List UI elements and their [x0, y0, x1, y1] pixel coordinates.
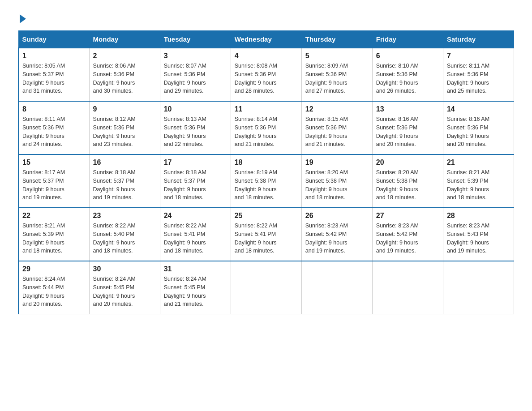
calendar-cell: 11 Sunrise: 8:14 AM Sunset: 5:36 PM Dayl…	[231, 101, 301, 154]
day-number: 30	[93, 265, 156, 273]
day-info: Sunrise: 8:12 AM Sunset: 5:36 PM Dayligh…	[93, 115, 156, 149]
day-info: Sunrise: 8:21 AM Sunset: 5:39 PM Dayligh…	[447, 168, 510, 202]
day-number: 7	[447, 52, 510, 60]
day-number: 20	[376, 158, 439, 167]
calendar-cell	[372, 261, 443, 314]
day-header-friday: Friday	[372, 31, 443, 48]
calendar-cell: 29 Sunrise: 8:24 AM Sunset: 5:44 PM Dayl…	[18, 261, 89, 314]
calendar-cell: 4 Sunrise: 8:08 AM Sunset: 5:36 PM Dayli…	[231, 48, 301, 101]
calendar-cell: 24 Sunrise: 8:22 AM Sunset: 5:41 PM Dayl…	[160, 208, 231, 261]
day-info: Sunrise: 8:11 AM Sunset: 5:36 PM Dayligh…	[447, 62, 510, 95]
calendar-cell	[443, 261, 514, 314]
calendar-cell: 13 Sunrise: 8:16 AM Sunset: 5:36 PM Dayl…	[372, 101, 443, 154]
logo-arrow-icon	[20, 14, 26, 23]
day-info: Sunrise: 8:24 AM Sunset: 5:44 PM Dayligh…	[22, 275, 86, 308]
day-number: 2	[93, 52, 156, 60]
day-info: Sunrise: 8:07 AM Sunset: 5:36 PM Dayligh…	[164, 62, 227, 95]
calendar-week-5: 29 Sunrise: 8:24 AM Sunset: 5:44 PM Dayl…	[18, 261, 514, 314]
day-number: 15	[22, 158, 86, 167]
day-number: 4	[235, 52, 298, 60]
day-header-wednesday: Wednesday	[231, 31, 301, 48]
day-number: 8	[22, 105, 86, 113]
page-header	[18, 13, 514, 21]
day-number: 13	[376, 105, 439, 113]
calendar-cell: 16 Sunrise: 8:18 AM Sunset: 5:37 PM Dayl…	[89, 154, 160, 208]
day-info: Sunrise: 8:09 AM Sunset: 5:36 PM Dayligh…	[305, 62, 369, 95]
day-number: 22	[22, 212, 86, 220]
calendar-cell: 1 Sunrise: 8:05 AM Sunset: 5:37 PM Dayli…	[18, 48, 89, 101]
day-number: 16	[93, 158, 156, 167]
calendar-cell	[231, 261, 301, 314]
day-info: Sunrise: 8:17 AM Sunset: 5:37 PM Dayligh…	[22, 168, 86, 202]
calendar-cell: 2 Sunrise: 8:06 AM Sunset: 5:36 PM Dayli…	[89, 48, 160, 101]
day-info: Sunrise: 8:22 AM Sunset: 5:40 PM Dayligh…	[93, 222, 156, 255]
day-info: Sunrise: 8:18 AM Sunset: 5:37 PM Dayligh…	[93, 168, 156, 202]
calendar-cell: 10 Sunrise: 8:13 AM Sunset: 5:36 PM Dayl…	[160, 101, 231, 154]
calendar-cell: 30 Sunrise: 8:24 AM Sunset: 5:45 PM Dayl…	[89, 261, 160, 314]
day-info: Sunrise: 8:19 AM Sunset: 5:38 PM Dayligh…	[235, 168, 298, 202]
day-info: Sunrise: 8:20 AM Sunset: 5:38 PM Dayligh…	[376, 168, 439, 202]
day-number: 12	[305, 105, 369, 113]
day-number: 9	[93, 105, 156, 113]
day-number: 27	[376, 212, 439, 220]
day-number: 21	[447, 158, 510, 167]
day-info: Sunrise: 8:14 AM Sunset: 5:36 PM Dayligh…	[235, 115, 298, 149]
day-header-sunday: Sunday	[18, 31, 89, 48]
day-number: 19	[305, 158, 369, 167]
day-number: 5	[305, 52, 369, 60]
day-info: Sunrise: 8:23 AM Sunset: 5:43 PM Dayligh…	[447, 222, 510, 255]
calendar-cell: 28 Sunrise: 8:23 AM Sunset: 5:43 PM Dayl…	[443, 208, 514, 261]
day-info: Sunrise: 8:22 AM Sunset: 5:41 PM Dayligh…	[164, 222, 227, 255]
day-number: 24	[164, 212, 227, 220]
calendar-cell: 18 Sunrise: 8:19 AM Sunset: 5:38 PM Dayl…	[231, 154, 301, 208]
calendar-cell: 26 Sunrise: 8:23 AM Sunset: 5:42 PM Dayl…	[301, 208, 372, 261]
calendar-week-4: 22 Sunrise: 8:21 AM Sunset: 5:39 PM Dayl…	[18, 208, 514, 261]
day-info: Sunrise: 8:24 AM Sunset: 5:45 PM Dayligh…	[93, 275, 156, 308]
day-number: 6	[376, 52, 439, 60]
day-number: 1	[22, 52, 86, 60]
calendar-cell: 21 Sunrise: 8:21 AM Sunset: 5:39 PM Dayl…	[443, 154, 514, 208]
calendar-cell: 3 Sunrise: 8:07 AM Sunset: 5:36 PM Dayli…	[160, 48, 231, 101]
day-info: Sunrise: 8:06 AM Sunset: 5:36 PM Dayligh…	[93, 62, 156, 95]
calendar-cell: 7 Sunrise: 8:11 AM Sunset: 5:36 PM Dayli…	[443, 48, 514, 101]
calendar-cell: 6 Sunrise: 8:10 AM Sunset: 5:36 PM Dayli…	[372, 48, 443, 101]
day-info: Sunrise: 8:16 AM Sunset: 5:36 PM Dayligh…	[376, 115, 439, 149]
day-number: 28	[447, 212, 510, 220]
day-info: Sunrise: 8:15 AM Sunset: 5:36 PM Dayligh…	[305, 115, 369, 149]
calendar-week-3: 15 Sunrise: 8:17 AM Sunset: 5:37 PM Dayl…	[18, 154, 514, 208]
day-info: Sunrise: 8:24 AM Sunset: 5:45 PM Dayligh…	[164, 275, 227, 308]
calendar-cell: 22 Sunrise: 8:21 AM Sunset: 5:39 PM Dayl…	[18, 208, 89, 261]
day-number: 14	[447, 105, 510, 113]
logo	[18, 13, 26, 21]
day-number: 23	[93, 212, 156, 220]
day-header-tuesday: Tuesday	[160, 31, 231, 48]
day-number: 11	[235, 105, 298, 113]
day-header-monday: Monday	[89, 31, 160, 48]
calendar-cell: 9 Sunrise: 8:12 AM Sunset: 5:36 PM Dayli…	[89, 101, 160, 154]
day-info: Sunrise: 8:05 AM Sunset: 5:37 PM Dayligh…	[22, 62, 86, 95]
calendar-cell: 23 Sunrise: 8:22 AM Sunset: 5:40 PM Dayl…	[89, 208, 160, 261]
calendar-cell: 17 Sunrise: 8:18 AM Sunset: 5:37 PM Dayl…	[160, 154, 231, 208]
calendar-cell: 27 Sunrise: 8:23 AM Sunset: 5:42 PM Dayl…	[372, 208, 443, 261]
day-number: 10	[164, 105, 227, 113]
day-number: 17	[164, 158, 227, 167]
calendar-cell: 20 Sunrise: 8:20 AM Sunset: 5:38 PM Dayl…	[372, 154, 443, 208]
calendar-cell: 19 Sunrise: 8:20 AM Sunset: 5:38 PM Dayl…	[301, 154, 372, 208]
calendar-cell: 14 Sunrise: 8:16 AM Sunset: 5:36 PM Dayl…	[443, 101, 514, 154]
day-info: Sunrise: 8:13 AM Sunset: 5:36 PM Dayligh…	[164, 115, 227, 149]
calendar-week-2: 8 Sunrise: 8:11 AM Sunset: 5:36 PM Dayli…	[18, 101, 514, 154]
day-info: Sunrise: 8:11 AM Sunset: 5:36 PM Dayligh…	[22, 115, 86, 149]
calendar-cell: 12 Sunrise: 8:15 AM Sunset: 5:36 PM Dayl…	[301, 101, 372, 154]
day-info: Sunrise: 8:22 AM Sunset: 5:41 PM Dayligh…	[235, 222, 298, 255]
calendar-cell: 8 Sunrise: 8:11 AM Sunset: 5:36 PM Dayli…	[18, 101, 89, 154]
day-info: Sunrise: 8:18 AM Sunset: 5:37 PM Dayligh…	[164, 168, 227, 202]
day-info: Sunrise: 8:21 AM Sunset: 5:39 PM Dayligh…	[22, 222, 86, 255]
calendar-cell: 31 Sunrise: 8:24 AM Sunset: 5:45 PM Dayl…	[160, 261, 231, 314]
day-info: Sunrise: 8:16 AM Sunset: 5:36 PM Dayligh…	[447, 115, 510, 149]
calendar-cell: 25 Sunrise: 8:22 AM Sunset: 5:41 PM Dayl…	[231, 208, 301, 261]
day-info: Sunrise: 8:23 AM Sunset: 5:42 PM Dayligh…	[305, 222, 369, 255]
calendar-cell: 5 Sunrise: 8:09 AM Sunset: 5:36 PM Dayli…	[301, 48, 372, 101]
day-info: Sunrise: 8:10 AM Sunset: 5:36 PM Dayligh…	[376, 62, 439, 95]
day-number: 26	[305, 212, 369, 220]
day-number: 29	[22, 265, 86, 273]
